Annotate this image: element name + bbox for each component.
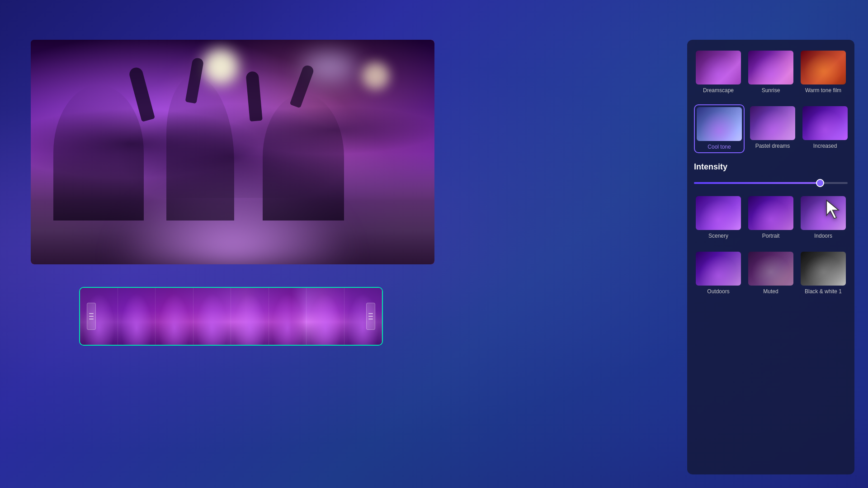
filter-thumb-outdoors [696, 252, 741, 286]
filter-item-sunrise[interactable]: Sunrise [746, 49, 795, 95]
filter-grid-row4: Outdoors Muted Black & white 1 [694, 250, 848, 296]
filter-label-outdoors: Outdoors [707, 288, 729, 295]
intensity-title: Intensity [694, 162, 848, 172]
filter-thumb-cool [697, 107, 742, 141]
filter-item-pastel-dreams[interactable]: Pastel dreams [748, 104, 797, 153]
timeline-frames [80, 288, 382, 345]
intensity-track [694, 182, 848, 184]
filter-thumb-portrait [748, 196, 793, 230]
filter-item-black-white[interactable]: Black & white 1 [799, 250, 848, 296]
filter-label-dreamscape: Dreamscape [703, 87, 734, 94]
filter-label-increased: Increased [813, 143, 837, 149]
filter-item-indoors[interactable]: Indoors [799, 194, 848, 241]
timeline-frame [307, 288, 344, 345]
filter-label-cool-tone: Cool tone [708, 144, 731, 150]
intensity-slider[interactable] [694, 178, 848, 188]
filter-item-dreamscape[interactable]: Dreamscape [694, 49, 743, 95]
filter-item-scenery[interactable]: Scenery [694, 194, 743, 241]
filter-grid-row2: Cool tone Pastel dreams Increased [694, 104, 848, 153]
filter-thumb-dreamscape [696, 51, 741, 84]
timeline-frame [193, 288, 231, 345]
filter-item-outdoors[interactable]: Outdoors [694, 250, 743, 296]
filter-thumb-indoors [801, 196, 846, 230]
filter-thumb-scenery [696, 196, 741, 230]
filter-thumb-warm [801, 51, 846, 84]
filter-item-muted[interactable]: Muted [746, 250, 795, 296]
timeline-frame [269, 288, 307, 345]
filter-label-portrait: Portrait [762, 233, 780, 239]
intensity-thumb[interactable] [816, 179, 824, 187]
filter-item-cool-tone[interactable]: Cool tone [694, 104, 745, 153]
intensity-fill [694, 182, 820, 184]
timeline-frame [118, 288, 156, 345]
filter-label-pastel-dreams: Pastel dreams [755, 143, 790, 149]
timeline-frame [156, 288, 193, 345]
filter-label-indoors: Indoors [814, 233, 832, 239]
filter-label-warm-tone: Warm tone film [805, 87, 841, 94]
filter-label-scenery: Scenery [708, 233, 728, 239]
filter-grid-row1: Dreamscape Sunrise Warm tone film [694, 49, 848, 95]
filter-thumb-pastel [750, 106, 795, 140]
filter-item-portrait[interactable]: Portrait [746, 194, 795, 241]
filter-item-increased[interactable]: Increased [801, 104, 849, 153]
filter-thumb-increased [802, 106, 848, 140]
filter-thumb-sunrise [748, 51, 793, 84]
filter-thumb-muted [748, 252, 793, 286]
video-preview [31, 40, 434, 264]
filter-thumb-bw [801, 252, 846, 286]
filter-grid-row3: Scenery Portrait Indoors [694, 194, 848, 241]
timeline-frame [231, 288, 269, 345]
timeline-frame [80, 288, 118, 345]
crowd-person [263, 94, 344, 221]
timeline-frame [344, 288, 382, 345]
filter-item-warm-tone[interactable]: Warm tone film [799, 49, 848, 95]
filter-label-muted: Muted [763, 288, 778, 295]
timeline-left-handle[interactable] [87, 303, 96, 330]
right-panel: Dreamscape Sunrise Warm tone film Cool t… [687, 40, 854, 474]
filter-label-black-white: Black & white 1 [805, 288, 842, 295]
timeline-strip[interactable] [79, 287, 383, 346]
filter-label-sunrise: Sunrise [762, 87, 780, 94]
crowd-person [53, 85, 144, 221]
timeline-right-handle[interactable] [366, 303, 375, 330]
intensity-section: Intensity [694, 162, 848, 188]
